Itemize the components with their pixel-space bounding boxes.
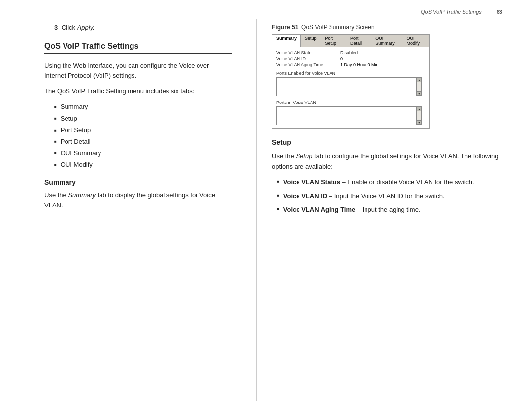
section-intro-2: The QoS VoIP Traffic Setting menu includ… [44,86,232,97]
voip-tab-setup[interactable]: Setup [301,35,321,47]
voip-scrollbar-2: ▲ ▼ [416,107,421,125]
setup-intro: Use the Setup tab to configure the globa… [272,151,507,172]
voip-id-value: 0 [340,56,343,61]
summary-body-italic: Summary [68,191,96,199]
tab-item-oui-summary: OUI Summary [54,147,232,159]
voip-scrollbar-1: ▲ ▼ [416,78,421,96]
step-text: Click Apply. [62,24,95,31]
section-title: QoS VoIP Traffic Settings [44,42,232,54]
voip-scroll-down-2[interactable]: ▼ [417,120,422,125]
voip-ports-enabled-title: Ports Enabled for Voice VLAN [276,71,425,76]
right-column: Figure 51 QoS VoIP Summary Screen Summar… [257,19,532,401]
voip-ports-in-listbox: ▲ ▼ [276,106,422,125]
voip-screenshot: Summary Setup Port Setup Port Detail OUI… [272,34,430,129]
step-number: 3 [54,24,58,31]
bullet-text-3: Voice VLAN Aging Time – Input the aging … [283,205,421,215]
voip-aging-value: 1 Day 0 Hour 0 Min [340,62,379,67]
voip-tab-port-detail[interactable]: Port Detail [346,35,371,47]
voip-tabs-row: Summary Setup Port Setup Port Detail OUI… [272,35,429,47]
voip-field-id: Voice VLAN-ID: 0 [276,56,425,61]
setup-subsection-title: Setup [272,138,507,146]
voip-ports-enabled-section: Ports Enabled for Voice VLAN ▲ ▼ [276,71,425,96]
voip-body: Voice VLAN State: Disabled Voice VLAN-ID… [272,47,429,128]
summary-subsection-title: Summary [44,178,232,186]
voip-scroll-up-2[interactable]: ▲ [417,107,422,111]
figure-title: QoS VoIP Summary Screen [301,24,375,31]
voip-tab-oui-summary[interactable]: OUI Summary [371,35,402,47]
voip-field-state: Voice VLAN State: Disabled [276,50,425,55]
step-instruction: 3 Click Apply. [54,24,232,31]
voip-tab-oui-modify[interactable]: OUI Modify [402,35,429,47]
page-number: 63 [497,9,502,15]
bullet-voice-vlan-aging: Voice VLAN Aging Time – Input the aging … [277,205,507,215]
voip-tab-summary[interactable]: Summary [272,35,301,47]
bullet-text-2: Voice VLAN ID – Input the Voice VLAN ID … [283,191,445,202]
voip-state-label: Voice VLAN State: [276,50,340,55]
page-container: QoS VoIP Traffic Settings 63 3 Click App… [0,0,532,411]
tab-item-summary: Summary [54,101,232,112]
figure-number-label: Figure 51 [272,24,298,31]
summary-subsection-body: Use the Summary tab to display the globa… [44,190,232,211]
voip-ports-in-title: Ports in Voice VLAN [276,100,425,105]
voip-scroll-down-1[interactable]: ▼ [417,91,422,96]
section-intro-1: Using the Web interface, you can configu… [44,61,232,81]
voip-ports-enabled-listbox: ▲ ▼ [276,77,422,96]
tab-item-port-detail: Port Detail [54,136,232,147]
summary-body-start: Use the [44,191,68,199]
voip-state-value: Disabled [340,50,358,55]
voip-field-aging: Voice VLAN Aging Time: 1 Day 0 Hour 0 Mi… [276,62,425,67]
page-header: QoS VoIP Traffic Settings 63 [0,0,532,19]
setup-bullet-list: Voice VLAN Status – Enable or disable Vo… [277,177,507,215]
voip-id-label: Voice VLAN-ID: [276,56,340,61]
tabs-list: Summary Setup Port Setup Port Detail OUI… [54,101,232,170]
bullet-text-1: Voice VLAN Status – Enable or disable Vo… [283,177,474,188]
figure-label: Figure 51 QoS VoIP Summary Screen [272,24,507,31]
tab-item-port-setup: Port Setup [54,124,232,136]
tab-item-oui-modify: OUI Modify [54,159,232,170]
left-column: 3 Click Apply. QoS VoIP Traffic Settings… [0,19,256,401]
voip-tab-port-setup[interactable]: Port Setup [321,35,347,47]
content-area: 3 Click Apply. QoS VoIP Traffic Settings… [0,19,532,411]
tab-item-setup: Setup [54,113,232,124]
voip-aging-label: Voice VLAN Aging Time: [276,62,340,67]
voip-scroll-up-1[interactable]: ▲ [417,78,422,82]
bullet-voice-vlan-status: Voice VLAN Status – Enable or disable Vo… [277,177,507,188]
voip-ports-in-section: Ports in Voice VLAN ▲ ▼ [276,100,425,125]
bullet-voice-vlan-id: Voice VLAN ID – Input the Voice VLAN ID … [277,191,507,202]
header-title: QoS VoIP Traffic Settings [421,9,482,15]
